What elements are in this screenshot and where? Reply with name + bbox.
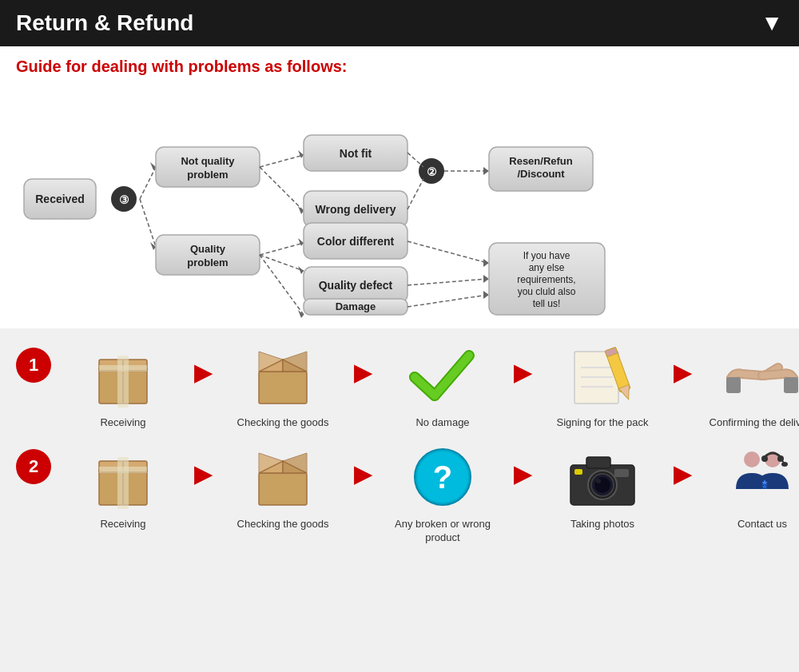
step-2-4-label: Taking photos (570, 518, 634, 531)
svg-rect-90 (586, 457, 610, 468)
svg-text:Damage: Damage (336, 300, 376, 312)
step-1-receiving: Receiving (59, 340, 187, 430)
guide-section: Guide for dealing with problems as follo… (0, 46, 799, 328)
svg-line-19 (260, 255, 304, 315)
svg-rect-74 (784, 377, 798, 393)
receiving-icon-2 (79, 441, 167, 513)
step-2-receiving: Receiving (59, 441, 187, 531)
header: Return & Refund ▼ (0, 0, 799, 46)
step-1-confirming: Confirming the delivery (698, 340, 799, 430)
header-arrow: ▼ (761, 10, 783, 36)
svg-marker-23 (298, 238, 304, 246)
checking-icon-2 (239, 441, 327, 513)
arrow-2-1: ▶ (187, 441, 219, 487)
step-1-signing: Signing for the pack (539, 340, 666, 430)
arrow-1-4: ▶ (666, 340, 698, 386)
svg-marker-16 (298, 150, 304, 158)
process-row-2: 2 Receiving (16, 441, 783, 545)
process-steps-2: Receiving ▶ (59, 441, 799, 545)
step-2-checking: Checking the goods (219, 441, 347, 531)
arrow-2-3: ▶ (507, 441, 539, 487)
svg-text:you cluld also: you cluld also (518, 286, 576, 297)
step-5-label: Confirming the delivery (710, 416, 799, 430)
process-row-1: 1 (16, 340, 783, 430)
svg-line-4 (140, 167, 156, 199)
handshake-icon (718, 340, 799, 412)
svg-text:Resen/Refun: Resen/Refun (509, 155, 573, 167)
signing-icon (559, 340, 646, 412)
svg-rect-61 (259, 372, 307, 404)
step-2-broken: ? Any broken or wrong product (379, 441, 507, 545)
svg-text:Not quality: Not quality (181, 155, 235, 167)
svg-line-40 (407, 241, 487, 263)
svg-text:requirements,: requirements, (517, 274, 575, 285)
svg-line-42 (407, 295, 487, 307)
step-4-label: Signing for the pack (557, 416, 649, 430)
svg-text:Not fit: Not fit (340, 147, 372, 160)
svg-line-37 (407, 179, 423, 209)
contact-icon (718, 441, 799, 513)
flowchart: Received ③ Not quality problem Quality p… (16, 87, 799, 319)
step-2-5-label: Contact us (737, 518, 787, 531)
svg-line-15 (260, 167, 304, 211)
arrow-2-2: ▶ (347, 441, 379, 487)
svg-text:tell us!: tell us! (533, 298, 561, 309)
svg-rect-8 (156, 147, 260, 187)
step-number-2: 2 (16, 449, 51, 484)
svg-rect-96 (614, 469, 629, 477)
receiving-icon (79, 340, 167, 412)
process-section: 1 (0, 328, 799, 672)
header-title: Return & Refund (16, 10, 193, 36)
svg-text:Received: Received (35, 193, 84, 205)
checking-icon (239, 340, 327, 412)
svg-rect-59 (117, 356, 129, 408)
svg-marker-39 (483, 167, 489, 175)
step-2-label: Checking the goods (237, 416, 329, 430)
svg-line-5 (140, 199, 156, 247)
svg-line-41 (407, 279, 487, 285)
svg-marker-45 (483, 291, 489, 299)
svg-text:problem: problem (187, 169, 228, 181)
step-number-1: 1 (16, 348, 51, 383)
svg-text:②: ② (427, 165, 437, 178)
step-2-3-label: Any broken or wrong product (379, 518, 507, 545)
step-2-contact: Contact us (698, 441, 799, 531)
svg-marker-43 (483, 259, 489, 267)
checkmark-icon (399, 340, 487, 412)
main-container: Return & Refund ▼ Guide for dealing with… (0, 0, 799, 672)
step-2-photos: Taking photos (539, 441, 666, 531)
step-1-checking: Checking the goods (219, 340, 347, 430)
camera-icon (559, 441, 646, 513)
arrow-1-2: ▶ (347, 340, 379, 386)
svg-text:?: ? (433, 459, 452, 495)
guide-title: Guide for dealing with problems as follo… (16, 58, 783, 76)
svg-line-20 (260, 243, 304, 255)
svg-point-97 (744, 451, 760, 467)
svg-marker-44 (483, 275, 489, 283)
question-icon: ? (399, 441, 487, 513)
step-2-2-label: Checking the goods (237, 518, 329, 531)
svg-text:/Discount: /Discount (517, 168, 565, 180)
svg-rect-60 (99, 365, 147, 372)
arrow-1-1: ▶ (187, 340, 219, 386)
step-3-label: No damage (415, 416, 469, 430)
step-1-label: Receiving (100, 416, 145, 430)
svg-text:Color different: Color different (317, 235, 395, 248)
svg-text:Wrong delivery: Wrong delivery (316, 203, 396, 216)
svg-text:Quality defect: Quality defect (319, 279, 393, 292)
svg-line-14 (260, 155, 304, 167)
svg-rect-11 (156, 235, 260, 275)
svg-text:any else: any else (529, 262, 565, 273)
svg-rect-73 (726, 377, 741, 393)
step-2-1-label: Receiving (100, 518, 145, 531)
svg-point-94 (596, 479, 601, 483)
svg-rect-95 (574, 469, 582, 475)
step-1-nodamage: No damage (379, 340, 507, 430)
svg-text:problem: problem (187, 256, 228, 268)
svg-text:Quality: Quality (190, 243, 226, 255)
svg-rect-81 (259, 473, 307, 505)
svg-text:If you have: If you have (523, 250, 570, 261)
process-steps-1: Receiving ▶ (59, 340, 799, 430)
svg-point-99 (761, 455, 768, 462)
svg-rect-79 (117, 457, 129, 509)
